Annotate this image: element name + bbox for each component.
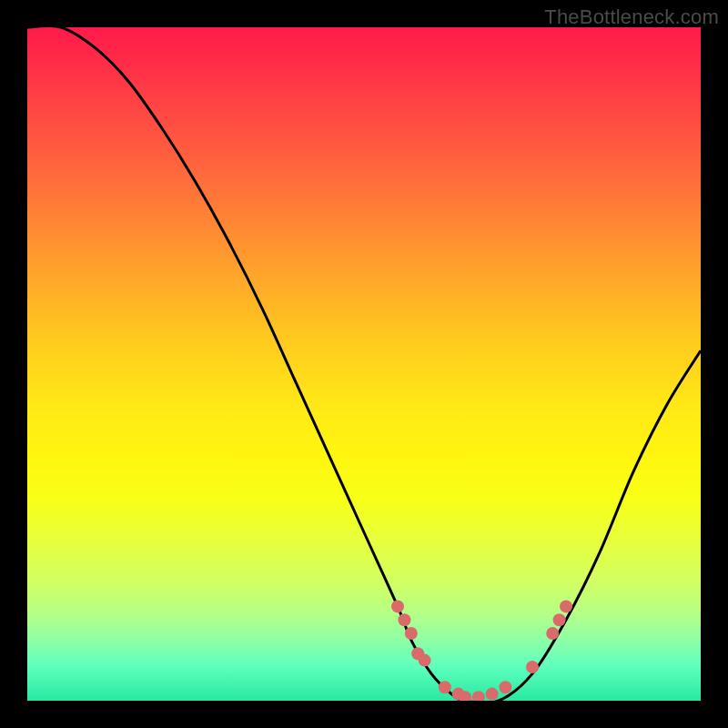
data-marker [391,600,404,612]
data-marker [553,613,566,626]
data-marker [546,627,559,640]
data-marker [439,681,451,693]
data-marker [405,627,418,640]
data-marker [486,688,499,701]
data-marker [499,681,511,693]
chart-container: TheBottleneck.com [0,0,728,728]
curve-path-group [27,27,701,701]
bottleneck-curve [27,27,701,701]
watermark-text: TheBottleneck.com [544,5,719,29]
data-marker [526,661,539,673]
data-marker [560,600,572,612]
data-marker [472,691,485,701]
plot-area [27,27,701,701]
curve-svg [27,27,701,701]
data-markers [391,600,572,701]
data-marker [398,613,410,626]
data-marker [419,654,431,667]
